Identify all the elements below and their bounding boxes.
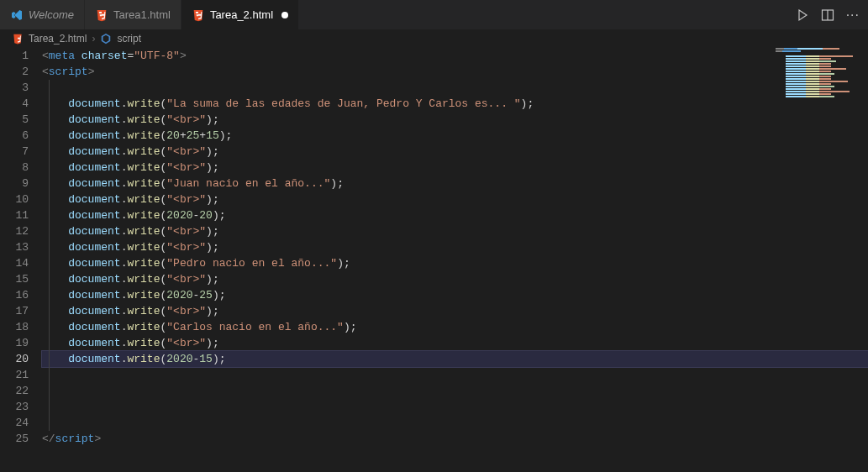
run-icon[interactable] <box>796 8 809 22</box>
split-editor-icon[interactable] <box>821 8 834 22</box>
vscode-icon <box>10 8 24 22</box>
tab-tarea1[interactable]: Tarea1.html <box>85 0 181 29</box>
tab-welcome-label: Welcome <box>29 8 74 21</box>
tab-welcome[interactable]: Welcome <box>0 0 85 29</box>
tab-bar: Welcome Tarea1.html Tarea_2.html ··· <box>0 0 868 29</box>
line-number-gutter: 1234567891011121314151617181920212223242… <box>0 48 42 447</box>
more-actions-icon[interactable]: ··· <box>846 8 860 23</box>
breadcrumb-symbol: script <box>117 33 141 45</box>
html-file-icon <box>12 33 24 45</box>
code-editor[interactable]: 1234567891011121314151617181920212223242… <box>0 48 868 447</box>
tab-tarea1-label: Tarea1.html <box>113 8 171 21</box>
breadcrumb[interactable]: Tarea_2.html › script <box>0 29 868 48</box>
code-area[interactable]: <meta charset="UTF-8"><script> document.… <box>42 48 868 447</box>
breadcrumb-file: Tarea_2.html <box>29 33 87 45</box>
tab-tarea2-label: Tarea_2.html <box>210 8 273 21</box>
tab-tarea2[interactable]: Tarea_2.html <box>181 0 299 29</box>
html-file-icon <box>95 8 108 22</box>
editor-actions: ··· <box>796 0 868 29</box>
unsaved-indicator-icon <box>281 12 288 18</box>
symbol-method-icon <box>100 33 112 45</box>
chevron-right-icon: › <box>92 33 95 45</box>
html-file-icon <box>192 8 205 22</box>
